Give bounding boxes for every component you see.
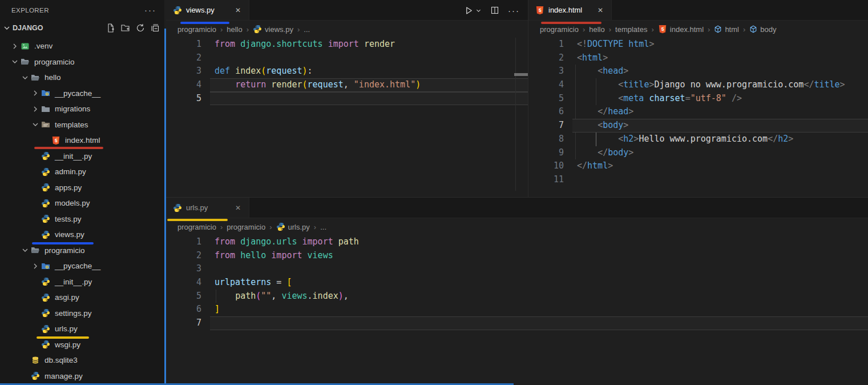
tab-views-py[interactable]: views.py✕: [166, 0, 249, 20]
tree-item-urls-py[interactable]: urls.py: [0, 321, 164, 337]
tree-item-migrations[interactable]: migrations: [0, 101, 164, 117]
python-icon: [41, 151, 50, 161]
tab-urls-py[interactable]: urls.py✕: [166, 198, 249, 218]
explorer-sidebar: EXPLORER ··· DJANGO .venvprogramiciohell…: [0, 0, 164, 385]
breadcrumb-item[interactable]: views.py: [253, 25, 293, 34]
tree-item--pycache-[interactable]: __pycache__: [0, 258, 164, 274]
tree-item-label: __pycache__: [55, 262, 100, 270]
explorer-more-icon[interactable]: ···: [144, 5, 156, 15]
section-header-django[interactable]: DJANGO: [0, 20, 164, 35]
tree-item-tests-py[interactable]: tests.py: [0, 211, 164, 227]
breadcrumb-item[interactable]: 5index.html: [658, 25, 704, 34]
tree-item-label: manage.py: [45, 372, 83, 380]
code-line-5[interactable]: 5 path("", views.index),: [166, 290, 868, 303]
run-python-file-button[interactable]: [464, 6, 482, 15]
breadcrumb-item[interactable]: ...: [304, 25, 310, 34]
tree-item-admin-py[interactable]: admin.py: [0, 164, 164, 180]
tree-item-index-html[interactable]: 5index.html: [0, 133, 164, 149]
code-line-3[interactable]: 3: [166, 262, 868, 276]
code-line-7[interactable]: 7 <body>: [528, 119, 868, 133]
chevron-right-icon: [31, 105, 40, 114]
breadcrumb-item[interactable]: html: [714, 25, 739, 34]
tree-item-hello[interactable]: hello: [0, 70, 164, 86]
close-icon[interactable]: ✕: [233, 5, 243, 15]
tab-index-html[interactable]: 5index.html✕: [528, 0, 612, 20]
html5-icon: 5: [535, 6, 544, 15]
code-line-2[interactable]: 2from hello import views: [166, 249, 868, 263]
line-number: 5: [528, 92, 572, 106]
breadcrumb-item[interactable]: ...: [320, 223, 326, 231]
code-editor-index[interactable]: 1<!DOCTYPE html>2<html>3 <head>4 <title>…: [528, 38, 868, 187]
tree-item-asgi-py[interactable]: asgi.py: [0, 290, 164, 306]
close-icon[interactable]: ✕: [595, 5, 605, 15]
code-line-8[interactable]: 8 <h2>Hello www.programicio.com</h2>: [528, 133, 868, 146]
new-folder-icon[interactable]: [121, 23, 130, 33]
code-editor-views[interactable]: 1from django.shortcuts import render23de…: [166, 38, 528, 105]
tree-item-manage-py[interactable]: manage.py: [0, 368, 164, 384]
tree-item--venv[interactable]: .venv: [0, 38, 164, 54]
code-line-7[interactable]: 7: [166, 316, 868, 330]
code-line-6[interactable]: 6]: [166, 303, 868, 316]
code-line-1[interactable]: 1from django.urls import path: [166, 235, 868, 249]
code-line-10[interactable]: 10</html>: [528, 159, 868, 173]
breadcrumb-item[interactable]: programicio: [177, 223, 216, 231]
code-editor-urls[interactable]: 1from django.urls import path2from hello…: [166, 235, 868, 330]
chevron-down-icon[interactable]: [475, 7, 482, 14]
tree-item-programicio[interactable]: programicio: [0, 54, 164, 70]
breadcrumb-item[interactable]: hello: [589, 25, 604, 34]
collapse-all-icon[interactable]: [151, 23, 160, 33]
tree-item-db-sqlite3[interactable]: db.sqlite3: [0, 352, 164, 368]
code-line-6[interactable]: 6 </head>: [528, 105, 868, 119]
code-line-1[interactable]: 1from django.shortcuts import render: [166, 38, 528, 51]
pycache-folder-icon: [41, 262, 50, 271]
tree-item-templates[interactable]: templates: [0, 117, 164, 133]
breadcrumb-item[interactable]: hello: [227, 25, 242, 34]
editor-group-index: 5index.html✕ programicio›hello›templates…: [528, 0, 868, 197]
tree-item-models-py[interactable]: models.py: [0, 195, 164, 211]
tree-item-apps-py[interactable]: apps.py: [0, 180, 164, 196]
tree-item-wsgi-py[interactable]: wsgi.py: [0, 337, 164, 353]
breadcrumb-item[interactable]: urls.py: [276, 222, 310, 231]
scrollbar-track[interactable]: [515, 38, 528, 191]
code-line-2[interactable]: 2: [166, 51, 528, 65]
tree-item-views-py[interactable]: views.py: [0, 227, 164, 243]
breadcrumb-item[interactable]: templates: [615, 25, 647, 34]
tree-item--init-py[interactable]: __init__.py: [0, 274, 164, 290]
tree-item-label: programicio: [34, 58, 75, 66]
tree-item-label: tests.py: [55, 215, 82, 223]
code-line-9[interactable]: 9 </body>: [528, 146, 868, 160]
tree-item-label: db.sqlite3: [45, 356, 78, 364]
more-actions-icon[interactable]: ···: [508, 6, 520, 15]
breadcrumb-item[interactable]: programicio: [177, 25, 216, 34]
breadcrumb-item[interactable]: body: [749, 25, 776, 34]
new-file-icon[interactable]: [106, 23, 115, 33]
tabbar-views: views.py✕ ···: [166, 0, 528, 21]
code-line-1[interactable]: 1<!DOCTYPE html>: [528, 38, 868, 51]
refresh-icon[interactable]: [136, 23, 145, 33]
code-line-3[interactable]: 3 <head>: [528, 65, 868, 78]
scrollbar-handle[interactable]: [514, 73, 530, 76]
breadcrumb-separator: ›: [297, 25, 300, 34]
line-number: 2: [166, 51, 210, 65]
split-editor-icon[interactable]: [490, 6, 499, 15]
code-line-5[interactable]: 5 <meta charset="utf-8" />: [528, 92, 868, 106]
tree-item-label: __init__.py: [55, 278, 92, 286]
breadcrumb-item[interactable]: programicio: [540, 25, 579, 34]
python-icon: [276, 222, 285, 231]
line-number: 1: [166, 38, 210, 51]
code-line-5[interactable]: 5: [166, 92, 528, 106]
code-line-4[interactable]: 4 return render(request, "index.html"): [166, 78, 528, 92]
breadcrumb-item[interactable]: programicio: [227, 223, 265, 231]
tree-item-settings-py[interactable]: settings.py: [0, 306, 164, 322]
close-icon[interactable]: ✕: [233, 203, 243, 213]
code-line-4[interactable]: 4urlpatterns = [: [166, 276, 868, 290]
tree-item--init-py[interactable]: __init__.py: [0, 149, 164, 165]
python-icon: [41, 214, 50, 223]
tree-item-programicio[interactable]: programicio: [0, 243, 164, 259]
code-line-2[interactable]: 2<html>: [528, 51, 868, 65]
tree-item--pycache-[interactable]: __pycache__: [0, 86, 164, 102]
code-line-11[interactable]: 11: [528, 173, 868, 187]
code-line-4[interactable]: 4 <title>Django no www.programicio.com</…: [528, 78, 868, 92]
breadcrumb-separator: ›: [269, 223, 272, 231]
code-line-3[interactable]: 3def index(request):: [166, 65, 528, 78]
